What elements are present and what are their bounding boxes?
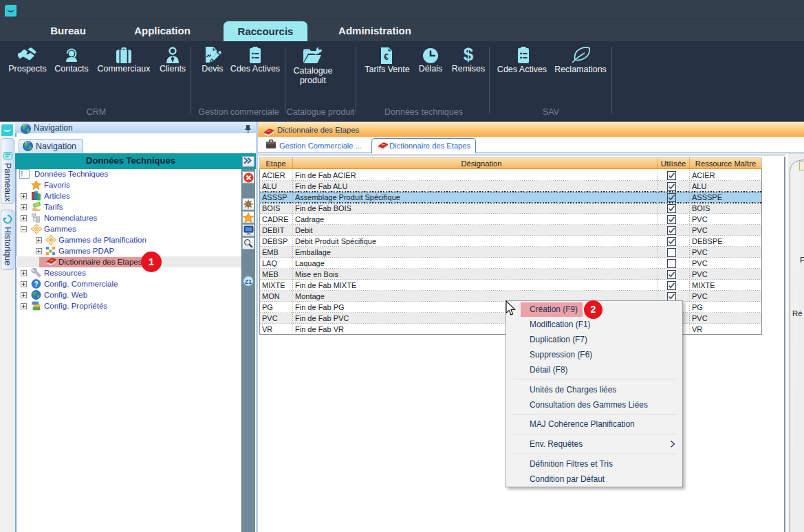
svg-text:€: € <box>384 52 389 62</box>
svg-text:$: $ <box>464 45 474 65</box>
svg-text:?: ? <box>34 280 38 288</box>
svg-text:Z1: Z1 <box>245 278 252 285</box>
